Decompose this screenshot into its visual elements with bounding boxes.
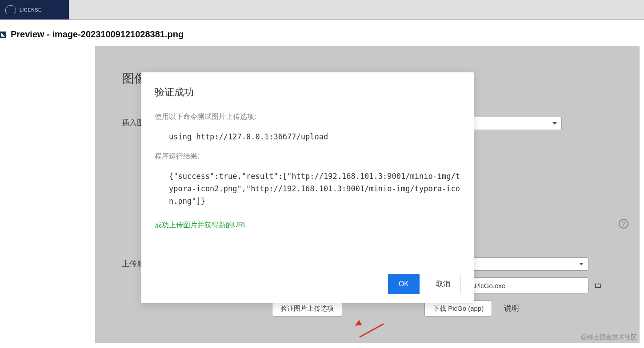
folder-icon[interactable]: 🗀 [594,281,602,290]
dialog-title: 验证成功 [155,86,460,99]
preview-app-icon: ◣ [0,32,6,38]
chevron-down-icon [552,122,557,125]
verify-result-dialog: 验证成功 使用以下命令测试图片上传选项: using http://127.0.… [141,72,474,303]
test-command-label: 使用以下命令测试图片上传选项: [155,112,460,122]
result-label: 程序运行结果: [155,152,460,161]
watermark: @稀土掘金技术社区 [581,333,637,341]
verify-upload-label: 验证图片上传选项 [280,304,334,313]
license-label: LICENSE [20,8,42,12]
license-badge: LICENSE [0,0,69,20]
preview-title-row: ◣ Preview - image-20231009121028381.png [0,20,644,46]
annotation-arrow [353,316,388,343]
result-json: {"success":true,"result":["http://192.16… [169,170,460,207]
dialog-buttons: OK 取消 [155,274,460,294]
top-bar: LICENSE [0,0,644,20]
success-message: 成功上传图片并获得新的URL [155,221,460,230]
help-link[interactable]: 说明 [504,303,519,313]
settings-panel: 图像 插入图 上传服 e\11_dev\PicGo\PicGo.exe 🗀 验证… [95,46,640,343]
agpl-logo-icon [5,5,16,14]
test-command-value: using http://127.0.0.1:36677/upload [169,130,460,143]
help-circle-icon[interactable]: ? [619,219,628,229]
download-picgo-label: 下载 PicGo (app) [433,304,484,313]
cancel-button[interactable]: 取消 [426,274,460,294]
ok-button[interactable]: OK [388,274,420,294]
chevron-down-icon [579,263,584,265]
preview-title: Preview - image-20231009121028381.png [11,29,184,40]
